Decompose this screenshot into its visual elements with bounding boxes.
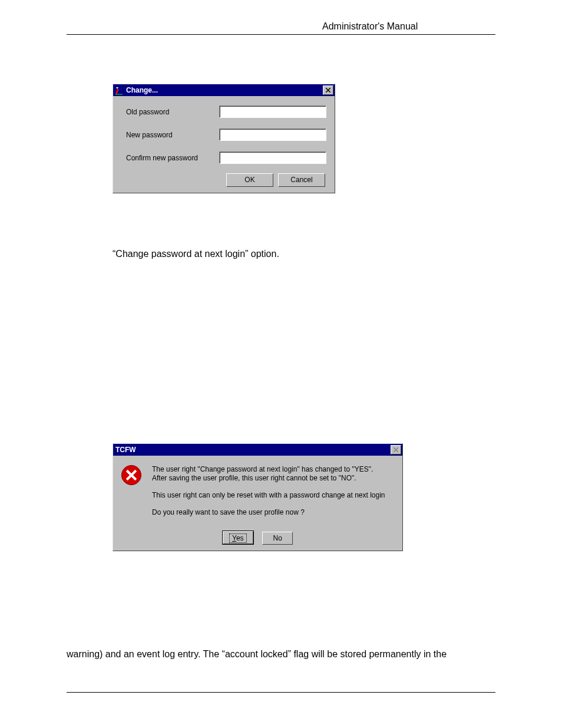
message-text: The user right "Change password at next … <box>143 465 396 525</box>
user-edit-icon <box>114 85 124 95</box>
change-password-dialog: Change... Old password New password Conf… <box>113 84 335 193</box>
dialog-title: TCFW <box>115 446 136 454</box>
dialog-title: Change... <box>126 86 158 94</box>
no-button[interactable]: No <box>262 532 293 545</box>
yes-button[interactable]: Yes <box>223 531 253 544</box>
body-paragraph-2: warning) and an event log entry. The “ac… <box>67 649 447 660</box>
confirm-password-input[interactable] <box>219 151 326 164</box>
body-paragraph-1: “Change password at next login” option. <box>113 249 279 259</box>
tcfw-message-dialog: TCFW The user right "Change password at … <box>113 443 403 551</box>
confirm-password-label: Confirm new password <box>126 154 219 162</box>
new-password-label: New password <box>126 131 219 139</box>
close-icon <box>394 447 398 452</box>
footer-rule <box>67 692 495 693</box>
message-line-2: After saving the user profile, this user… <box>152 474 356 482</box>
old-password-input[interactable] <box>219 106 326 118</box>
error-icon <box>121 465 141 485</box>
close-icon <box>326 88 330 93</box>
page-header-title: Administrator's Manual <box>322 21 418 32</box>
close-button[interactable] <box>323 85 333 95</box>
new-password-input[interactable] <box>219 129 326 141</box>
header-rule <box>67 34 495 35</box>
dialog-titlebar: TCFW <box>113 444 402 456</box>
old-password-label: Old password <box>126 108 219 116</box>
close-button[interactable] <box>391 445 401 454</box>
message-line-1: The user right "Change password at next … <box>152 465 373 473</box>
message-line-4: Do you really want to save the user prof… <box>152 508 396 517</box>
ok-button[interactable]: OK <box>226 173 273 187</box>
cancel-button[interactable]: Cancel <box>278 173 325 187</box>
message-line-3: This user right can only be reset with w… <box>152 491 396 500</box>
dialog-titlebar: Change... <box>113 84 335 96</box>
